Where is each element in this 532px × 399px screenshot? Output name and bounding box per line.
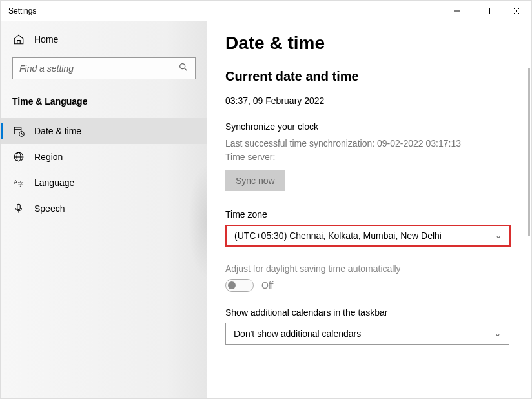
search-box[interactable] — [12, 57, 196, 79]
calendar-value: Don't show additional calendars — [234, 329, 361, 339]
chevron-down-icon: ⌄ — [495, 231, 502, 240]
timezone-value: (UTC+05:30) Chennai, Kolkata, Mumbai, Ne… — [234, 230, 442, 241]
window-title: Settings — [8, 6, 36, 15]
language-icon: A字 — [12, 176, 25, 189]
dst-toggle: Off — [225, 279, 511, 292]
dst-state: Off — [261, 280, 273, 291]
chevron-down-icon: ⌄ — [495, 329, 501, 338]
svg-rect-1 — [484, 8, 490, 14]
section-current-datetime: Current date and time — [225, 69, 511, 84]
calendar-dropdown[interactable]: Don't show additional calendars ⌄ — [225, 323, 509, 345]
svg-point-4 — [180, 64, 185, 69]
dst-label: Adjust for daylight saving time automati… — [225, 263, 511, 274]
svg-line-10 — [22, 134, 23, 135]
home-label: Home — [34, 34, 58, 45]
datetime-value: 03:37, 09 February 2022 — [225, 96, 511, 106]
sidebar-item-language[interactable]: A字 Language — [1, 170, 207, 196]
toggle-switch[interactable] — [225, 279, 254, 292]
scrollbar[interactable] — [528, 68, 530, 236]
svg-text:A: A — [14, 179, 18, 185]
sidebar-item-speech[interactable]: Speech — [1, 196, 207, 221]
category-title: Time & Language — [1, 91, 207, 118]
search-input[interactable] — [19, 63, 178, 74]
calendar-label: Show additional calendars in the taskbar — [225, 307, 511, 318]
svg-line-5 — [185, 68, 187, 71]
sidebar-item-label: Speech — [34, 203, 65, 214]
toggle-knob — [228, 281, 236, 289]
timezone-dropdown[interactable]: (UTC+05:30) Chennai, Kolkata, Mumbai, Ne… — [225, 225, 511, 247]
microphone-icon — [12, 202, 25, 215]
home-nav-item[interactable]: Home — [1, 26, 207, 52]
svg-rect-6 — [14, 127, 21, 134]
sync-server-text: Time server: — [225, 150, 511, 164]
window-controls — [442, 1, 531, 21]
svg-text:字: 字 — [18, 181, 23, 187]
svg-rect-16 — [17, 204, 21, 209]
sidebar-item-label: Language — [34, 178, 74, 188]
calendar-clock-icon — [12, 125, 25, 138]
content-pane: Date & time Current date and time 03:37,… — [207, 21, 531, 398]
sidebar: Home Time & Language Date & time Region … — [1, 21, 207, 398]
sidebar-item-region[interactable]: Region — [1, 144, 207, 170]
sync-now-button[interactable]: Sync now — [225, 170, 285, 191]
page-title: Date & time — [225, 33, 511, 54]
sync-last-text: Last successful time synchronization: 09… — [225, 137, 511, 150]
sync-heading: Synchronize your clock — [225, 121, 511, 132]
globe-icon — [12, 150, 25, 163]
timezone-label: Time zone — [225, 209, 511, 220]
home-icon — [12, 33, 25, 46]
maximize-button[interactable] — [472, 1, 502, 21]
close-button[interactable] — [502, 1, 531, 21]
sidebar-item-label: Date & time — [34, 126, 81, 136]
sidebar-item-label: Region — [34, 152, 63, 162]
sidebar-item-datetime[interactable]: Date & time — [1, 118, 207, 144]
minimize-button[interactable] — [442, 1, 472, 21]
search-icon — [178, 62, 189, 75]
